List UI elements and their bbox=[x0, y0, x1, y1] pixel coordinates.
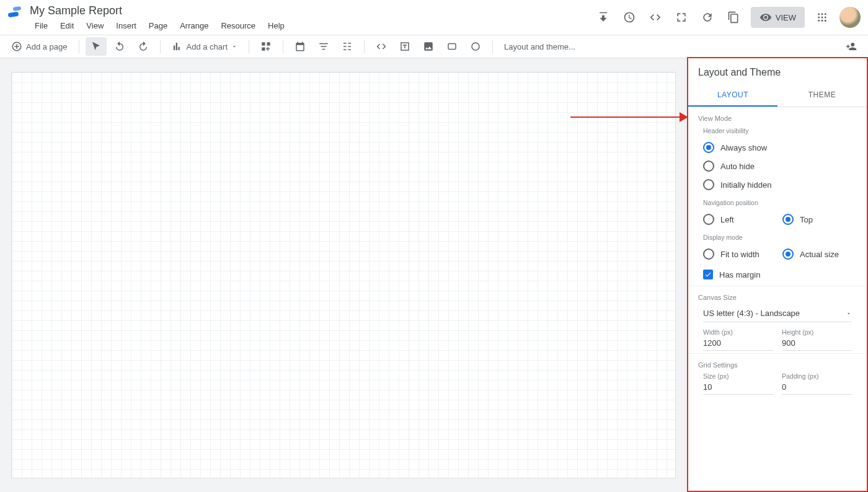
radio-nav-left[interactable]: Left bbox=[698, 210, 777, 229]
add-chart-label: Add a chart bbox=[187, 42, 228, 51]
checkbox-has-margin[interactable]: Has margin bbox=[698, 263, 857, 283]
view-button-label: VIEW bbox=[776, 13, 796, 22]
width-field[interactable]: Width (px) 1200 bbox=[703, 328, 773, 351]
grid-padding-label: Padding (px) bbox=[782, 372, 852, 380]
redo-button[interactable] bbox=[133, 37, 154, 56]
canvas-dimensions: Width (px) 1200 Height (px) 900 bbox=[698, 328, 857, 351]
menu-view[interactable]: View bbox=[81, 20, 108, 32]
svg-point-13 bbox=[472, 43, 479, 50]
svg-rect-9 bbox=[262, 42, 265, 45]
panel-body: View Mode Header visibility Always show … bbox=[688, 107, 867, 491]
apps-icon[interactable] bbox=[813, 9, 831, 26]
menu-page[interactable]: Page bbox=[144, 20, 172, 32]
radio-label: Initially hidden bbox=[720, 180, 771, 190]
canvas-preset-select[interactable]: US letter (4:3) - Landscape bbox=[703, 305, 852, 322]
menu-arrange[interactable]: Arrange bbox=[175, 20, 213, 32]
separator bbox=[79, 40, 79, 53]
svg-point-4 bbox=[822, 17, 823, 19]
layout-theme-button[interactable]: Layout and theme... bbox=[499, 37, 580, 56]
label-header-visibility: Header visibility bbox=[703, 127, 857, 134]
fullscreen-icon[interactable] bbox=[673, 9, 690, 26]
toolbar: Add a page Add a chart Layout and theme.… bbox=[0, 35, 868, 58]
svg-point-2 bbox=[825, 13, 826, 15]
date-range-button[interactable] bbox=[290, 37, 311, 56]
plus-circle-icon bbox=[11, 41, 22, 52]
panel-tabs: LAYOUT THEME bbox=[688, 84, 867, 107]
grid-size-field[interactable]: Size (px) 10 bbox=[703, 372, 773, 395]
svg-point-5 bbox=[825, 17, 826, 19]
menu-bar: File Edit View Insert Page Arrange Resou… bbox=[30, 20, 290, 32]
nav-position-group: Left Top bbox=[698, 210, 857, 229]
label-nav-position: Navigation position bbox=[703, 199, 857, 206]
section-title-view-mode: View Mode bbox=[698, 115, 857, 122]
add-page-label: Add a page bbox=[26, 42, 68, 51]
add-people-button[interactable] bbox=[841, 37, 862, 56]
svg-rect-11 bbox=[262, 48, 265, 51]
view-button[interactable]: VIEW bbox=[751, 7, 805, 28]
width-label: Width (px) bbox=[703, 328, 773, 336]
width-value: 1200 bbox=[703, 336, 773, 351]
menu-file[interactable]: File bbox=[30, 20, 53, 32]
panel-title: Layout and Theme bbox=[688, 58, 867, 84]
menu-edit[interactable]: Edit bbox=[55, 20, 79, 32]
tab-theme[interactable]: THEME bbox=[777, 84, 867, 107]
tab-layout[interactable]: LAYOUT bbox=[688, 84, 777, 107]
height-field[interactable]: Height (px) 900 bbox=[782, 328, 852, 351]
report-canvas[interactable] bbox=[11, 72, 676, 478]
grid-padding-value: 0 bbox=[782, 380, 852, 395]
radio-auto-hide[interactable]: Auto hide bbox=[698, 157, 857, 175]
menu-help[interactable]: Help bbox=[263, 20, 290, 32]
section-title-canvas-size: Canvas Size bbox=[698, 294, 857, 301]
refresh-icon[interactable] bbox=[699, 9, 716, 26]
history-icon[interactable] bbox=[621, 9, 638, 26]
filter-button[interactable] bbox=[313, 37, 334, 56]
radio-icon bbox=[703, 248, 714, 260]
rectangle-button[interactable] bbox=[441, 37, 463, 56]
copy-icon[interactable] bbox=[725, 9, 742, 26]
radio-icon bbox=[703, 142, 714, 153]
grid-padding-field[interactable]: Padding (px) 0 bbox=[782, 372, 852, 395]
radio-label: Always show bbox=[720, 143, 767, 152]
undo-button[interactable] bbox=[109, 37, 130, 56]
data-control-button[interactable] bbox=[337, 37, 358, 56]
radio-icon bbox=[703, 179, 714, 190]
header-actions: VIEW bbox=[595, 4, 861, 31]
layout-theme-panel: Layout and Theme LAYOUT THEME View Mode … bbox=[687, 57, 868, 492]
community-viz-button[interactable] bbox=[255, 37, 277, 56]
checkbox-label: Has margin bbox=[719, 270, 760, 279]
svg-point-0 bbox=[818, 13, 820, 15]
add-chart-button[interactable]: Add a chart bbox=[167, 37, 243, 56]
radio-icon bbox=[703, 214, 714, 225]
radio-label: Auto hide bbox=[720, 162, 755, 171]
download-icon[interactable] bbox=[595, 9, 612, 26]
workspace: Layout and Theme LAYOUT THEME View Mode … bbox=[0, 58, 868, 492]
menu-resource[interactable]: Resource bbox=[216, 20, 260, 32]
app-logo bbox=[6, 5, 24, 22]
svg-point-8 bbox=[825, 20, 826, 22]
menu-insert[interactable]: Insert bbox=[111, 20, 141, 32]
image-button[interactable] bbox=[418, 37, 439, 56]
separator bbox=[492, 40, 493, 53]
select-tool[interactable] bbox=[86, 37, 107, 56]
grid-size-label: Size (px) bbox=[703, 372, 773, 380]
radio-initially-hidden[interactable]: Initially hidden bbox=[698, 175, 857, 194]
radio-fit-width[interactable]: Fit to width bbox=[698, 245, 777, 263]
avatar[interactable] bbox=[839, 7, 861, 28]
grid-fields: Size (px) 10 Padding (px) 0 bbox=[698, 372, 857, 395]
circle-button[interactable] bbox=[465, 37, 486, 56]
embed-icon[interactable] bbox=[647, 9, 664, 26]
url-embed-button[interactable] bbox=[371, 37, 392, 56]
radio-always-show[interactable]: Always show bbox=[698, 138, 857, 157]
radio-label: Actual size bbox=[800, 250, 839, 259]
radio-actual-size[interactable]: Actual size bbox=[777, 245, 857, 263]
doc-title[interactable]: My Sample Report bbox=[30, 4, 290, 17]
svg-point-6 bbox=[818, 20, 820, 22]
section-canvas-size: Canvas Size US letter (4:3) - Landscape … bbox=[688, 286, 867, 354]
radio-nav-top[interactable]: Top bbox=[777, 210, 857, 229]
text-button[interactable] bbox=[394, 37, 415, 56]
radio-icon bbox=[782, 214, 794, 225]
height-label: Height (px) bbox=[782, 328, 852, 336]
label-display-mode: Display mode bbox=[703, 234, 857, 241]
add-page-button[interactable]: Add a page bbox=[6, 37, 73, 56]
svg-rect-12 bbox=[448, 44, 456, 50]
